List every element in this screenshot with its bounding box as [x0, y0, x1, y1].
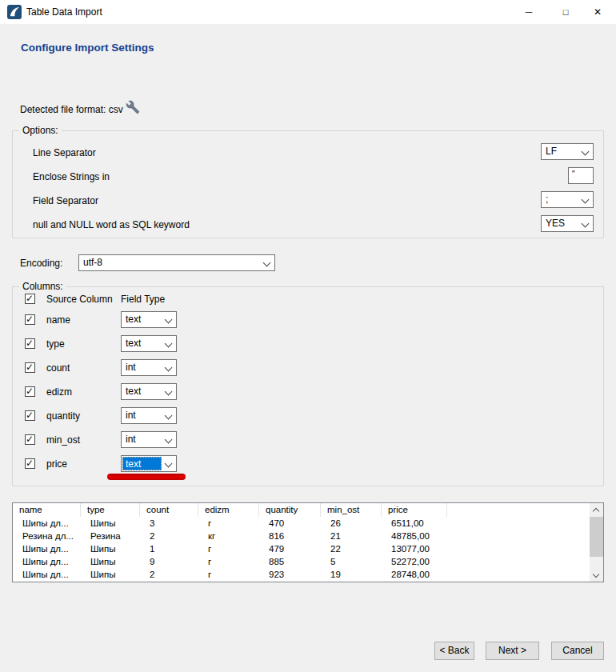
- cell: Шипы: [81, 542, 140, 555]
- chevron-down-icon: [582, 220, 590, 228]
- cell: 28748,00: [382, 568, 447, 581]
- scrollbar-thumb[interactable]: [590, 517, 603, 557]
- column-checkbox-edizm[interactable]: ✓: [25, 386, 35, 397]
- cell: [447, 568, 603, 581]
- field-separator-select[interactable]: ;: [541, 191, 594, 208]
- field-type-select-quantity[interactable]: int: [121, 407, 177, 424]
- chevron-down-icon: [165, 364, 173, 372]
- close-button[interactable]: ✕: [579, 0, 616, 24]
- field-type-select-min-ost[interactable]: int: [121, 431, 177, 448]
- column-label-price: price: [46, 458, 67, 470]
- option-row-line-separator: Line Separator LF: [13, 143, 603, 160]
- select-value: utf-8: [83, 257, 102, 268]
- column-checkbox-price[interactable]: ✓: [25, 458, 35, 469]
- column-row-count: ✓ count int: [13, 359, 603, 376]
- column-row-name: ✓ name text: [13, 311, 603, 328]
- detected-format-value: csv: [109, 104, 123, 115]
- col-header-price[interactable]: price: [382, 503, 447, 517]
- table-row[interactable]: Шипы дл... Шипы 1 г 479 22 13077,00: [13, 542, 603, 555]
- select-value: text: [122, 457, 162, 470]
- cell: Резина: [81, 530, 140, 542]
- column-label-type: type: [46, 338, 65, 350]
- check-icon: ✓: [26, 362, 34, 373]
- mysql-workbench-icon: [7, 5, 22, 19]
- select-value: text: [126, 338, 141, 349]
- line-separator-label: Line Separator: [33, 147, 96, 158]
- chevron-down-icon: [593, 571, 599, 578]
- check-icon: ✓: [26, 434, 34, 445]
- column-checkbox-count[interactable]: ✓: [25, 362, 35, 373]
- field-type-select-type[interactable]: text: [121, 335, 177, 352]
- table-row[interactable]: Шипы дл... Шипы 3 г 470 26 6511,00: [13, 517, 603, 530]
- col-header-edizm[interactable]: edizm: [198, 503, 259, 517]
- cell: 479: [259, 542, 321, 555]
- col-header-quantity[interactable]: quantity: [259, 503, 321, 517]
- table-row[interactable]: Резина дл... Резина 2 кг 816 21 48785,00: [13, 530, 603, 542]
- cell: Шипы: [81, 517, 140, 530]
- select-all-checkbox[interactable]: ✓: [25, 294, 35, 304]
- preview-table: name type count edizm quantity min_ost p…: [12, 502, 604, 582]
- select-value: YES: [546, 218, 565, 229]
- detected-format-text: Detected file format: csv: [20, 104, 123, 115]
- column-row-quantity: ✓ quantity int: [13, 407, 603, 424]
- field-type-select-count[interactable]: int: [121, 359, 177, 376]
- field-type-header: Field Type: [121, 294, 165, 305]
- columns-header: ✓ Source Column Field Type: [13, 293, 603, 306]
- field-type-select-name[interactable]: text: [121, 311, 177, 328]
- source-column-header: Source Column: [46, 294, 113, 305]
- cell: 2: [140, 568, 198, 581]
- wrench-icon: [126, 100, 140, 114]
- line-separator-select[interactable]: LF: [541, 143, 594, 160]
- scroll-down-button[interactable]: [590, 568, 603, 582]
- null-keyword-select[interactable]: YES: [541, 215, 594, 232]
- cell: 52272,00: [382, 555, 447, 568]
- title-bar: Table Data Import ─ □ ✕: [0, 0, 616, 24]
- cell: 5: [321, 555, 382, 568]
- select-value: LF: [546, 146, 557, 157]
- chevron-down-icon: [582, 196, 590, 204]
- column-checkbox-name[interactable]: ✓: [25, 314, 35, 325]
- window-title: Table Data Import: [26, 0, 102, 24]
- cell: 3: [140, 517, 198, 530]
- field-type-select-edizm[interactable]: text: [121, 383, 177, 400]
- scroll-up-button[interactable]: [590, 503, 603, 517]
- enclose-strings-input[interactable]: ": [568, 167, 594, 184]
- preview-table-header: name type count edizm quantity min_ost p…: [13, 503, 603, 517]
- table-row[interactable]: Шипы дл... Шипы 2 г 923 19 28748,00: [13, 568, 603, 581]
- column-row-price: ✓ price text: [13, 455, 603, 472]
- col-header-count[interactable]: count: [140, 503, 198, 517]
- check-icon: ✓: [26, 293, 34, 304]
- column-checkbox-min-ost[interactable]: ✓: [25, 434, 35, 445]
- page-title: Configure Import Settings: [21, 42, 154, 54]
- check-icon: ✓: [26, 410, 34, 421]
- null-keyword-label: null and NULL word as SQL keyword: [33, 219, 190, 230]
- col-header-type[interactable]: type: [81, 503, 140, 517]
- field-type-select-price[interactable]: text: [121, 455, 177, 472]
- cell: 22: [321, 542, 382, 555]
- col-header-name[interactable]: name: [13, 503, 81, 517]
- cancel-button[interactable]: Cancel: [551, 642, 604, 660]
- cell: Шипы: [81, 568, 140, 581]
- check-icon: ✓: [26, 338, 34, 349]
- cell: [447, 542, 603, 555]
- column-row-type: ✓ type text: [13, 335, 603, 352]
- cell: кг: [198, 530, 259, 542]
- column-checkbox-quantity[interactable]: ✓: [25, 410, 35, 421]
- minimize-button[interactable]: ─: [510, 0, 547, 24]
- cell: 21: [321, 530, 382, 542]
- encoding-select[interactable]: utf-8: [78, 254, 275, 271]
- cell: 48785,00: [382, 530, 447, 542]
- col-header-min-ost[interactable]: min_ost: [321, 503, 382, 517]
- vertical-scrollbar[interactable]: [590, 503, 603, 582]
- column-label-count: count: [46, 362, 70, 374]
- option-row-field-separator: Field Separator ;: [13, 191, 603, 208]
- cell: Шипы: [81, 555, 140, 568]
- next-button[interactable]: Next >: [486, 642, 539, 660]
- column-checkbox-type[interactable]: ✓: [25, 338, 35, 349]
- table-row[interactable]: Шипы дл... Шипы 9 г 885 5 52272,00: [13, 555, 603, 568]
- field-separator-label: Field Separator: [33, 195, 98, 206]
- options-legend: Options:: [19, 125, 62, 136]
- back-button[interactable]: < Back: [434, 642, 474, 660]
- check-icon: ✓: [26, 458, 34, 469]
- cell: 9: [140, 555, 198, 568]
